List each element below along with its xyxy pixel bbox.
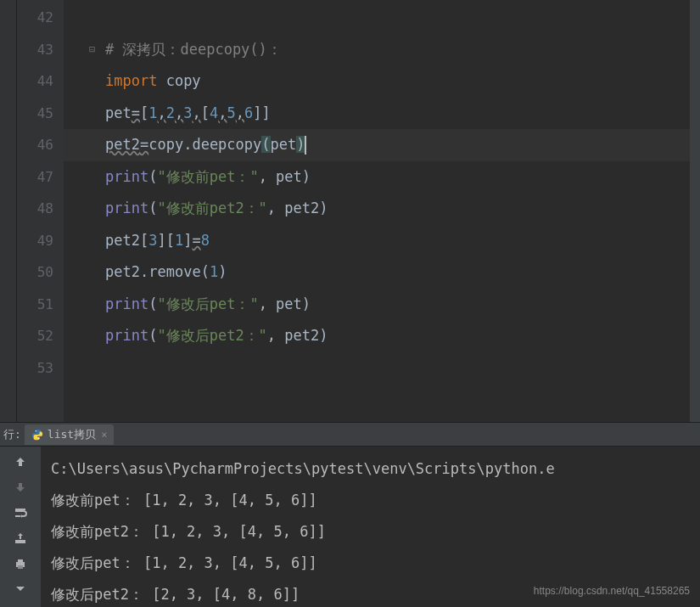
console-line: 修改前pet2： [1, 2, 3, [4, 5, 6]]: [51, 516, 690, 548]
line-number[interactable]: 45: [17, 98, 64, 130]
svg-rect-2: [15, 540, 25, 543]
svg-rect-5: [18, 565, 23, 569]
more-icon[interactable]: [12, 581, 29, 598]
tab-title: list拷贝: [48, 427, 96, 442]
line-number[interactable]: 49: [17, 225, 64, 257]
code-line-print2[interactable]: print("修改前pet2：", pet2): [64, 193, 700, 225]
run-tab[interactable]: list拷贝 ×: [25, 424, 115, 445]
code-line-print3[interactable]: print("修改后pet：", pet): [64, 289, 700, 321]
code-line[interactable]: [64, 2, 700, 34]
line-number[interactable]: 44: [17, 65, 64, 98]
console-body: C:\Users\asus\PycharmProjects\pytest\ven…: [0, 447, 700, 607]
line-number[interactable]: 51: [17, 289, 64, 321]
line-number[interactable]: 53: [17, 352, 64, 385]
down-arrow-icon[interactable]: [12, 479, 29, 496]
svg-point-0: [35, 430, 36, 431]
run-panel: 行: list拷贝 × C:\Users\asus\PycharmProject…: [0, 422, 700, 607]
python-icon: [31, 429, 43, 441]
run-label: 行:: [3, 427, 21, 442]
line-number[interactable]: 47: [17, 161, 64, 194]
editor-area: 42 43 44 45 46 47 48 49 50 51 52 53 ⊟# 深…: [0, 0, 700, 422]
close-icon[interactable]: ×: [101, 429, 107, 441]
code-line-comment[interactable]: ⊟# 深拷贝：deepcopy()：: [64, 34, 700, 66]
line-number[interactable]: 46: [17, 129, 64, 161]
console-line: 修改前pet： [1, 2, 3, [4, 5, 6]]: [51, 485, 690, 516]
line-number[interactable]: 48: [17, 193, 64, 225]
fold-icon[interactable]: ⊟: [89, 34, 95, 66]
code-area[interactable]: ⊟# 深拷贝：deepcopy()： import copy pet=[1,2,…: [64, 0, 700, 422]
scrollbar[interactable]: [690, 0, 700, 422]
console-line: 修改后pet： [1, 2, 3, [4, 5, 6]]: [51, 548, 690, 579]
code-line-remove[interactable]: pet2.remove(1): [64, 256, 700, 289]
print-icon[interactable]: [12, 555, 29, 572]
watermark: https://blog.csdn.net/qq_41558265: [534, 585, 690, 597]
up-arrow-icon[interactable]: [12, 453, 29, 470]
wrap-icon[interactable]: [12, 504, 29, 521]
code-line-pet[interactable]: pet=[1,2,3,[4,5,6]]: [64, 98, 700, 130]
code-line-print1[interactable]: print("修改前pet：", pet): [64, 161, 700, 194]
code-line-index[interactable]: pet2[3][1]=8: [64, 225, 700, 257]
line-number[interactable]: 50: [17, 256, 64, 289]
left-margin: [0, 0, 17, 422]
console-toolbar: [0, 447, 41, 607]
gutter: 42 43 44 45 46 47 48 49 50 51 52 53: [17, 0, 64, 422]
line-number[interactable]: 52: [17, 320, 64, 352]
svg-rect-4: [18, 559, 23, 562]
code-line-import[interactable]: import copy: [64, 65, 700, 98]
line-number[interactable]: 43: [17, 34, 64, 66]
svg-point-1: [38, 437, 39, 438]
console-output[interactable]: C:\Users\asus\PycharmProjects\pytest\ven…: [41, 447, 700, 607]
console-line: C:\Users\asus\PycharmProjects\pytest\ven…: [51, 453, 690, 485]
code-line-pet2[interactable]: pet2=copy.deepcopy(pet): [64, 129, 700, 161]
run-tab-bar: 行: list拷贝 ×: [0, 423, 700, 447]
cursor: [305, 136, 306, 155]
code-line-print4[interactable]: print("修改后pet2：", pet2): [64, 320, 700, 352]
line-number[interactable]: 42: [17, 2, 64, 34]
export-icon[interactable]: [12, 530, 29, 547]
code-line[interactable]: [64, 352, 700, 385]
